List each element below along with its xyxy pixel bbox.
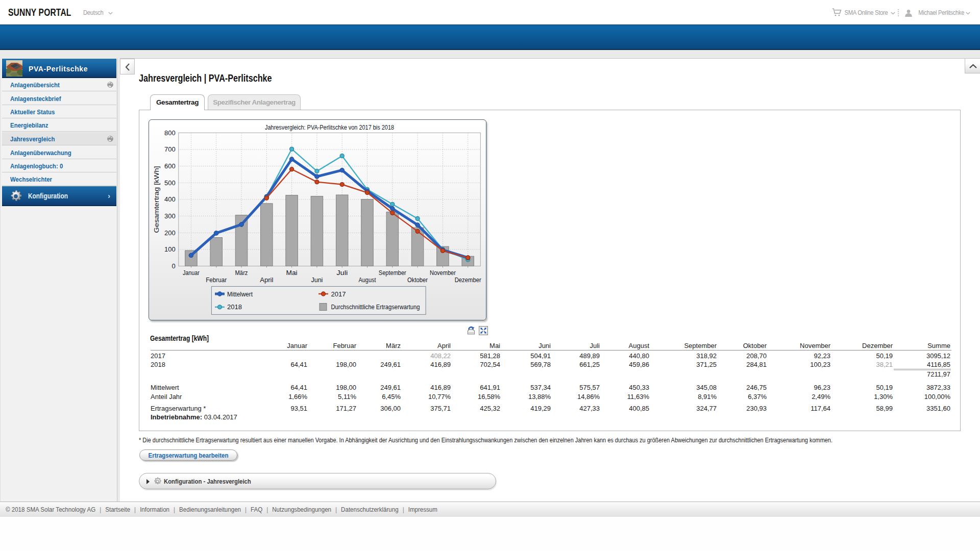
svg-text:Juni: Juni [311,276,323,284]
svg-text:400: 400 [164,195,176,203]
svg-text:September: September [379,269,407,277]
svg-text:Durchschnittliche Ertragserwar: Durchschnittliche Ertragserwartung [331,303,420,311]
svg-text:April: April [260,276,273,284]
svg-text:Mittelwert: Mittelwert [227,290,253,298]
svg-text:2018: 2018 [227,303,242,311]
svg-text:März: März [235,269,248,277]
svg-text:800: 800 [164,129,176,137]
svg-text:600: 600 [164,162,176,170]
svg-text:Jahresvergleich: PVA-Perlitsch: Jahresvergleich: PVA-Perlitschke von 201… [265,123,394,131]
svg-text:100: 100 [164,245,176,253]
svg-text:0: 0 [172,262,176,270]
svg-text:November: November [430,269,456,277]
svg-text:Juli: Juli [336,269,348,277]
svg-text:Dezember: Dezember [455,276,482,284]
svg-text:Februar: Februar [206,276,227,284]
svg-text:August: August [359,276,376,284]
svg-text:2017: 2017 [331,290,346,298]
svg-text:500: 500 [164,179,176,187]
svg-text:Oktober: Oktober [407,276,428,284]
svg-text:Gesamtertrag [kWh]: Gesamtertrag [kWh] [153,166,160,233]
svg-text:200: 200 [164,229,176,237]
svg-text:Mai: Mai [286,269,298,277]
svg-text:300: 300 [164,212,176,220]
svg-text:700: 700 [164,145,176,153]
svg-text:Januar: Januar [183,269,200,277]
